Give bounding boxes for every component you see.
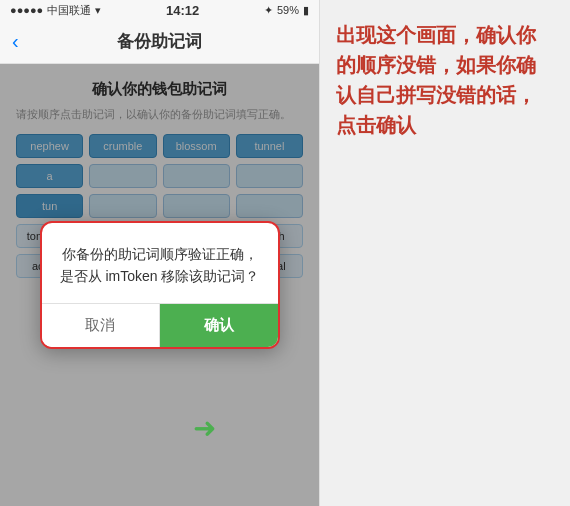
main-content: 确认你的钱包助记词 请按顺序点击助记词，以确认你的备份助记词填写正确。 neph… bbox=[0, 64, 319, 506]
wifi-icon: ▾ bbox=[95, 4, 101, 17]
back-button[interactable]: ‹ bbox=[12, 30, 19, 53]
dialog-overlay: 你备份的助记词顺序验证正确，是否从 imToken 移除该助记词？ 取消 确认 bbox=[0, 64, 319, 506]
bluetooth-icon: ✦ bbox=[264, 4, 273, 17]
carrier-name: 中国联通 bbox=[47, 3, 91, 18]
dialog-buttons: 取消 确认 bbox=[42, 303, 278, 347]
status-bar: ●●●●● 中国联通 ▾ 14:12 ✦ 59% ▮ bbox=[0, 0, 319, 20]
battery-level: 59% bbox=[277, 4, 299, 16]
nav-bar: ‹ 备份助记词 bbox=[0, 20, 319, 64]
phone-frame: ●●●●● 中国联通 ▾ 14:12 ✦ 59% ▮ ‹ 备份助记词 确认你的钱… bbox=[0, 0, 320, 506]
dialog-cancel-button[interactable]: 取消 bbox=[42, 304, 161, 347]
status-left: ●●●●● 中国联通 ▾ bbox=[10, 3, 101, 18]
annotation-text: 出现这个画面，确认你的顺序没错，如果你确认自己拼写没错的话，点击确认 bbox=[336, 20, 554, 140]
status-right: ✦ 59% ▮ bbox=[264, 4, 309, 17]
nav-title: 备份助记词 bbox=[117, 30, 202, 53]
annotation-panel: 出现这个画面，确认你的顺序没错，如果你确认自己拼写没错的话，点击确认 bbox=[320, 0, 570, 506]
arrow-indicator: ➜ bbox=[193, 413, 216, 446]
signal-icon: ●●●●● bbox=[10, 4, 43, 16]
status-time: 14:12 bbox=[166, 3, 199, 18]
battery-icon: ▮ bbox=[303, 4, 309, 17]
dialog-message: 你备份的助记词顺序验证正确，是否从 imToken 移除该助记词？ bbox=[58, 243, 262, 288]
dialog-confirm-button[interactable]: 确认 bbox=[160, 304, 278, 347]
dialog-box: 你备份的助记词顺序验证正确，是否从 imToken 移除该助记词？ 取消 确认 bbox=[40, 221, 280, 350]
